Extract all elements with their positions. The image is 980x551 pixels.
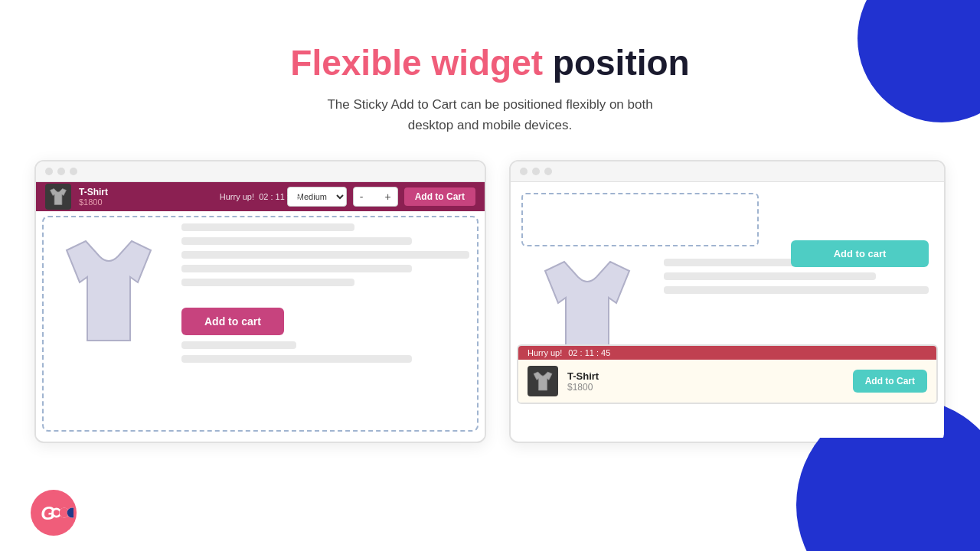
title-highlight: Flexible widget [290, 43, 543, 83]
right-text-line-2 [664, 272, 876, 280]
right-timer: 02 : 11 : 45 [568, 348, 610, 357]
right-product-name: T-Shirt [567, 370, 844, 382]
right-product-price: $1800 [567, 382, 844, 393]
title-normal: position [543, 43, 690, 83]
browser-dot-3 [70, 168, 77, 175]
svg-point-3 [54, 510, 59, 515]
left-product-name: T-Shirt [79, 187, 108, 197]
right-browser-topbar [511, 161, 944, 182]
left-sticky-bar: T-Shirt $1800 Hurry up! 02 : 11 : 45 Med… [36, 182, 485, 211]
qty-plus-btn[interactable]: + [383, 191, 392, 202]
left-dashed-overlay [42, 216, 479, 432]
left-browser-topbar [36, 161, 485, 182]
logo-svg: G [34, 491, 74, 534]
right-product-thumb [528, 366, 558, 396]
subtitle-line2: desktop and mobile devices. [408, 118, 573, 132]
right-browser-dot-3 [544, 168, 552, 175]
qty-value: 1 [368, 191, 380, 202]
right-product-info: T-Shirt $1800 [567, 370, 844, 393]
logo: G [31, 490, 77, 536]
left-product-price: $1800 [79, 197, 108, 207]
left-add-to-cart-top[interactable]: Add to Cart [404, 187, 475, 206]
left-browser-content: T-Shirt $1800 Hurry up! 02 : 11 : 45 Med… [36, 182, 485, 438]
right-browser-content: Add to cart Hurry up! 02 : 11 : 45 [511, 182, 944, 438]
right-mockup: Add to cart Hurry up! 02 : 11 : 45 [509, 160, 946, 443]
left-hurry-up: Hurry up! 02 : 11 : 45 [220, 192, 301, 201]
mockups-row: T-Shirt $1800 Hurry up! 02 : 11 : 45 Med… [0, 145, 980, 443]
right-sticky-body: T-Shirt $1800 Add to Cart [518, 360, 936, 403]
qty-control: - 1 + [353, 187, 398, 207]
right-body: Add to cart Hurry up! 02 : 11 : 45 [511, 182, 944, 413]
right-bottom-add-to-cart[interactable]: Add to Cart [853, 370, 927, 393]
logo-wrapper: G [31, 490, 77, 536]
right-sticky-bottom: Hurry up! 02 : 11 : 45 T-Shirt $1800 [517, 344, 938, 404]
right-sticky-timer: Hurry up! 02 : 11 : 45 [518, 346, 936, 360]
left-sticky-controls: Medium - 1 + Add to Cart [287, 187, 475, 207]
header: Flexible widget position The Sticky Add … [0, 0, 980, 135]
right-browser-dot-2 [532, 168, 540, 175]
right-text-line-3 [664, 286, 929, 294]
left-product-info: T-Shirt $1800 [79, 187, 108, 207]
left-product-thumb [45, 184, 71, 210]
browser-dot-1 [45, 168, 53, 175]
qty-minus-btn[interactable]: - [358, 191, 365, 202]
subtitle-line1: The Sticky Add to Cart can be positioned… [327, 97, 652, 112]
right-browser-dot-1 [520, 168, 528, 175]
browser-dot-2 [57, 168, 65, 175]
right-teal-add-to-cart[interactable]: Add to cart [791, 240, 929, 267]
left-mockup: T-Shirt $1800 Hurry up! 02 : 11 : 45 Med… [34, 160, 486, 443]
right-hurry-up: Hurry up! [528, 348, 562, 357]
